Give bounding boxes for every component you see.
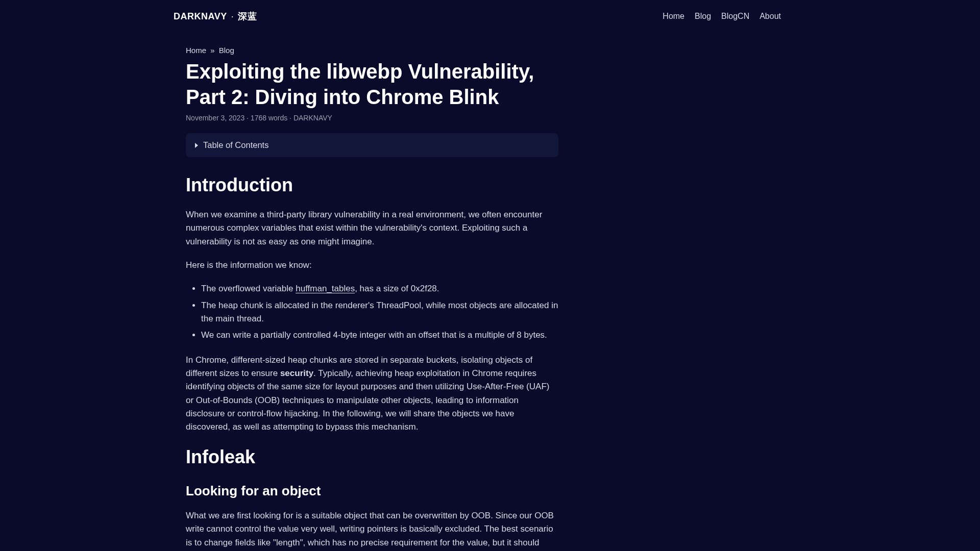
site-header: DARKNAVY · 深蓝 Home Blog BlogCN About bbox=[0, 0, 980, 28]
nav-about[interactable]: About bbox=[760, 12, 781, 21]
primary-nav: Home Blog BlogCN About bbox=[663, 12, 781, 21]
table-of-contents-toggle[interactable]: Table of Contents bbox=[186, 133, 558, 157]
heading-introduction: Introduction bbox=[186, 174, 558, 196]
page-title: Exploiting the libwebp Vulnerability, Pa… bbox=[186, 59, 558, 110]
chevron-right-icon bbox=[195, 143, 198, 148]
site-logo[interactable]: DARKNAVY · 深蓝 bbox=[174, 10, 257, 22]
emphasis-security: security bbox=[280, 368, 313, 378]
list-item: We can write a partially controlled 4-by… bbox=[201, 329, 558, 342]
logo-text-main: DARKNAVY bbox=[174, 11, 227, 22]
info-list: The overflowed variable huffman_tables, … bbox=[186, 282, 558, 342]
breadcrumb-home[interactable]: Home bbox=[186, 46, 206, 55]
logo-text-sub: 深蓝 bbox=[238, 10, 257, 22]
heading-infoleak: Infoleak bbox=[186, 446, 558, 468]
paragraph: When we examine a third-party library vu… bbox=[186, 208, 558, 248]
paragraph: What we are first looking for is a suita… bbox=[186, 509, 558, 551]
breadcrumb-separator: » bbox=[210, 46, 214, 55]
paragraph: In Chrome, different-sized heap chunks a… bbox=[186, 354, 558, 434]
toc-label: Table of Contents bbox=[203, 140, 268, 150]
list-item: The overflowed variable huffman_tables, … bbox=[201, 282, 558, 295]
article: Home » Blog Exploiting the libwebp Vulne… bbox=[186, 46, 558, 551]
breadcrumb: Home » Blog bbox=[186, 46, 558, 55]
heading-looking-for-object: Looking for an object bbox=[186, 483, 558, 499]
nav-blogcn[interactable]: BlogCN bbox=[721, 12, 749, 21]
logo-separator: · bbox=[231, 11, 234, 22]
nav-home[interactable]: Home bbox=[663, 12, 684, 21]
breadcrumb-blog[interactable]: Blog bbox=[219, 46, 234, 55]
paragraph: Here is the information we know: bbox=[186, 259, 558, 272]
nav-blog[interactable]: Blog bbox=[695, 12, 711, 21]
list-item: The heap chunk is allocated in the rende… bbox=[201, 299, 558, 326]
article-meta: November 3, 2023 · 1768 words · DARKNAVY bbox=[186, 114, 558, 122]
code-huffman-tables: huffman_tables bbox=[296, 284, 355, 293]
